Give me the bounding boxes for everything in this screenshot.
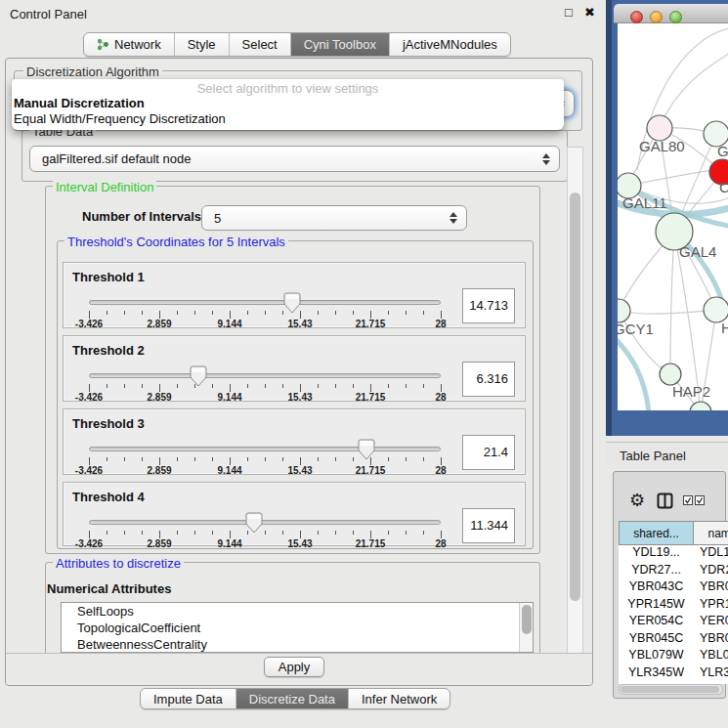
major-tick: [230, 384, 231, 392]
network-canvas[interactable]: GAL80GACGAL11GAL4GCY1HHAP2: [618, 23, 728, 410]
thresholds-group-title: Threshold's Coordinates for 5 Intervals: [64, 235, 288, 249]
table-cell[interactable]: YDL1: [694, 545, 728, 563]
table-cell[interactable]: YBR045C: [619, 631, 694, 649]
table-row[interactable]: YDR27...YDR2: [619, 563, 728, 580]
minor-tick: [212, 311, 213, 315]
network-node-label: H: [721, 320, 728, 336]
threshold-slider-thumb[interactable]: [358, 439, 375, 460]
threshold-value-field[interactable]: 14.713: [462, 288, 515, 323]
table-row[interactable]: YLR345WYLR3: [619, 665, 728, 683]
table-data-combobox[interactable]: galFiltered.sif default node: [29, 146, 560, 172]
major-tick: [230, 311, 231, 319]
threshold-label: Threshold 1: [72, 270, 145, 284]
threshold-row: Threshold 1-3.4262.8599.14415.4321.71528…: [63, 262, 526, 328]
threshold-value-field[interactable]: 11.344: [462, 508, 515, 543]
tab-infer-network[interactable]: Infer Network: [348, 689, 450, 708]
table-cell[interactable]: YDL19...: [619, 545, 694, 563]
minor-tick: [247, 311, 248, 315]
major-tick: [159, 531, 160, 538]
network-window-titlebar[interactable]: [614, 4, 728, 23]
table-row[interactable]: YER054CYER0: [619, 614, 728, 631]
table-cell[interactable]: YDR2: [694, 563, 728, 580]
minimize-traffic-light-icon[interactable]: [650, 11, 663, 23]
minor-tick: [335, 311, 336, 315]
table-row[interactable]: YBR043CYBR0: [619, 579, 728, 597]
minor-tick: [406, 457, 407, 461]
network-node[interactable]: [660, 364, 681, 385]
major-tick: [370, 311, 371, 319]
table-header-cell[interactable]: shared...: [619, 521, 694, 545]
table-cell[interactable]: YBR0: [694, 579, 728, 597]
threshold-slider-thumb[interactable]: [283, 292, 301, 314]
table-row[interactable]: YBR045CYBR0: [619, 631, 728, 649]
close-icon[interactable]: ✖: [584, 5, 595, 20]
network-node-label: C: [719, 179, 728, 195]
tick-label: -3.426: [75, 538, 103, 549]
dropdown-item-manual[interactable]: Manual Discretization: [12, 96, 564, 111]
attribute-list-item[interactable]: BetweennessCentrality: [62, 636, 533, 653]
tab-jactivemnodules[interactable]: jActiveMNodules: [389, 33, 510, 56]
table-row[interactable]: YDL19...YDL1: [619, 545, 728, 563]
checkbox-pair-icon[interactable]: [683, 495, 707, 506]
network-node[interactable]: [618, 299, 630, 322]
threshold-label: Threshold 2: [72, 343, 145, 358]
table-cell[interactable]: YPR145W: [619, 597, 694, 615]
major-tick: [370, 531, 371, 538]
column-view-icon[interactable]: [657, 492, 673, 509]
threshold-value-field[interactable]: 6.316: [462, 362, 515, 397]
gear-icon[interactable]: ⚙: [629, 490, 645, 511]
threshold-slider-track[interactable]: [89, 373, 441, 378]
close-traffic-light-icon[interactable]: [630, 11, 643, 23]
table-cell[interactable]: YBR0: [694, 631, 728, 649]
minor-tick: [212, 457, 213, 461]
threshold-value-field[interactable]: 21.4: [462, 435, 515, 470]
table-hscrollbar-thumb[interactable]: [621, 686, 719, 693]
tab-style[interactable]: Style: [174, 33, 229, 56]
apply-button[interactable]: Apply: [264, 657, 324, 677]
num-intervals-combobox[interactable]: 5: [201, 205, 467, 231]
table-cell[interactable]: YER0: [694, 614, 728, 631]
zoom-traffic-light-icon[interactable]: [669, 11, 682, 23]
threshold-slider-track[interactable]: [89, 300, 441, 305]
table-header-cell[interactable]: name: [694, 521, 728, 545]
attribute-list-item[interactable]: TopologicalCoefficient: [62, 620, 533, 636]
minor-tick: [318, 531, 319, 535]
attributes-list[interactable]: SelfLoopsTopologicalCoefficientBetweenne…: [61, 602, 534, 653]
major-tick: [230, 457, 231, 465]
table-cell[interactable]: YBR043C: [619, 579, 694, 597]
network-node-label: GAL11: [622, 194, 667, 211]
table-cell[interactable]: YBL0: [694, 648, 728, 665]
attributes-list-scrollbar[interactable]: [519, 603, 533, 652]
tick-label: 9.144: [217, 319, 241, 329]
tab-network[interactable]: Network: [84, 33, 174, 56]
dropdown-item-equal-width[interactable]: Equal Width/Frequency Discretization: [12, 111, 564, 127]
minor-tick: [406, 311, 407, 315]
tab-impute-data[interactable]: Impute Data: [141, 689, 236, 708]
panel-scrollbar[interactable]: [567, 147, 583, 681]
minor-tick: [335, 531, 336, 535]
threshold-slider-track[interactable]: [89, 447, 441, 451]
attributes-scrollbar-thumb[interactable]: [522, 605, 532, 634]
threshold-slider-thumb[interactable]: [190, 365, 207, 387]
table-row[interactable]: YPR145WYPR1: [619, 597, 728, 615]
table-cell[interactable]: YER054C: [619, 614, 694, 631]
table-hscrollbar[interactable]: [619, 684, 723, 695]
node-table[interactable]: shared...nameYDL19...YDL1YDR27...YDR2YBR…: [619, 521, 728, 684]
table-cell[interactable]: YBL079W: [619, 648, 694, 665]
threshold-slider-thumb[interactable]: [245, 512, 263, 534]
attribute-list-item[interactable]: SelfLoops: [62, 603, 533, 620]
panel-scrollbar-thumb[interactable]: [570, 193, 580, 601]
table-cell[interactable]: YLR345W: [619, 665, 694, 683]
tab-cyni-toolbox[interactable]: Cyni Toolbox: [290, 33, 389, 56]
table-cell[interactable]: YDR27...: [619, 563, 694, 580]
network-icon: [97, 38, 109, 51]
table-cell[interactable]: YPR1: [694, 597, 728, 615]
tab-discretize-data[interactable]: Discretize Data: [236, 689, 348, 708]
float-icon[interactable]: □: [565, 5, 573, 20]
table-cell[interactable]: YLR3: [694, 665, 728, 683]
tab-select[interactable]: Select: [229, 33, 290, 56]
table-row[interactable]: YBL079WYBL0: [619, 648, 728, 665]
threshold-slider-track[interactable]: [89, 520, 441, 525]
minor-tick: [265, 384, 266, 388]
minor-tick: [107, 457, 107, 461]
